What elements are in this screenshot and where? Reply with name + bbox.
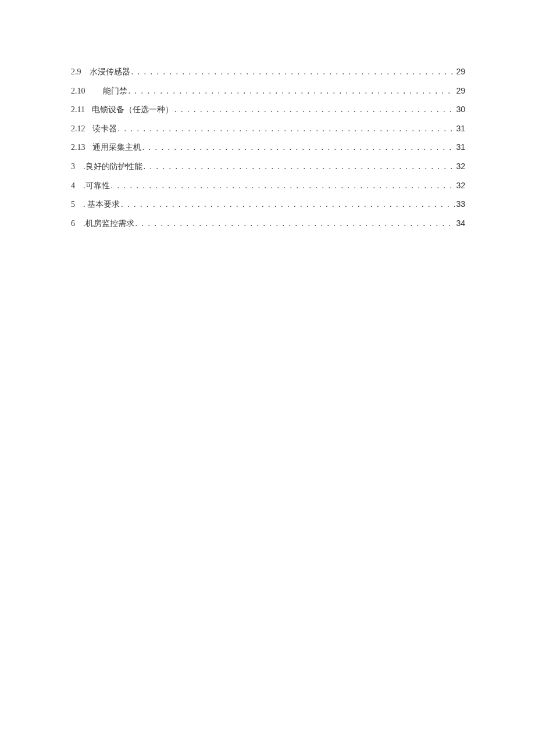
- toc-title: . 基本要求: [83, 199, 120, 210]
- toc-page-number: 32: [455, 180, 465, 192]
- toc-number: 2.10: [71, 85, 85, 97]
- toc-number: 3: [71, 161, 75, 173]
- toc-title: .良好的防护性能: [83, 161, 142, 173]
- toc-number: 2.13: [71, 142, 85, 153]
- toc-leader-dots: [173, 104, 455, 116]
- toc-leader-dots: [127, 85, 455, 97]
- toc-page-number: 34: [455, 218, 465, 230]
- toc-entry: 6.机房监控需求34: [71, 218, 465, 230]
- toc-entry: 2.13通用采集主机31: [71, 142, 465, 153]
- toc-entry: 4.可靠性32: [71, 180, 465, 192]
- toc-title: 能门禁: [103, 85, 127, 97]
- toc-page-number: 30: [455, 104, 465, 116]
- toc-page-number: 31: [455, 123, 465, 135]
- toc-number: 6: [71, 218, 75, 230]
- toc-leader-dots: [142, 161, 455, 173]
- toc-leader-dots: [141, 142, 455, 153]
- toc-number: 5: [71, 199, 75, 210]
- toc-entry: 2.10能门禁29: [71, 85, 465, 97]
- toc-title: 通用采集主机: [92, 142, 141, 153]
- toc-leader-dots: [117, 123, 455, 135]
- toc-title: .可靠性: [83, 180, 110, 192]
- toc-leader-dots: [134, 218, 455, 230]
- toc-page-number: 32: [455, 161, 465, 173]
- toc-entry: 2.12读卡器31: [71, 123, 465, 135]
- toc-number: 4: [71, 180, 75, 192]
- toc-entry: 5. 基本要求33: [71, 199, 465, 210]
- toc-entry: 2.9水浸传感器29: [71, 66, 465, 78]
- toc-page-number: 29: [455, 66, 465, 78]
- toc-title: 水浸传感器: [90, 66, 130, 78]
- toc-number: 2.9: [71, 66, 81, 78]
- toc-page-number: 31: [455, 142, 465, 153]
- toc-leader-dots: [110, 180, 455, 192]
- toc-entry: 2.11电锁设备（任选一种）30: [71, 104, 465, 116]
- toc-number: 2.12: [71, 123, 85, 135]
- toc-title: .机房监控需求: [83, 218, 134, 230]
- toc-entry: 3.良好的防护性能32: [71, 161, 465, 173]
- toc-page-number: 33: [455, 199, 465, 210]
- toc-title: 读卡器: [92, 123, 117, 135]
- toc-number: 2.11: [71, 104, 85, 116]
- toc-leader-dots: [130, 66, 455, 78]
- table-of-contents: 2.9水浸传感器292.10能门禁292.11电锁设备（任选一种）302.12读…: [71, 66, 465, 229]
- toc-title: 电锁设备（任选一种）: [92, 104, 173, 116]
- toc-page-number: 29: [455, 85, 465, 97]
- toc-leader-dots: [120, 199, 455, 210]
